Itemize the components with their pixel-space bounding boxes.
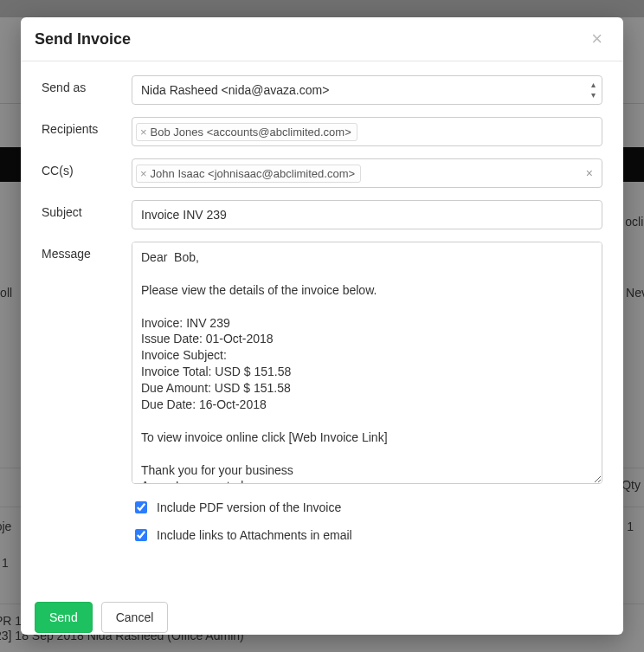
label-recipients: Recipients — [42, 117, 132, 136]
recipients-text-input[interactable] — [360, 122, 598, 141]
chip-label: Bob Jones <accounts@abclimited.com> — [151, 126, 351, 139]
include-pdf-checkbox[interactable] — [135, 501, 147, 513]
remove-chip-icon[interactable]: × — [140, 167, 147, 180]
cc-chip[interactable]: × John Isaac <johnisaac@abclimited.com> — [136, 165, 361, 183]
modal-header: Send Invoice × — [21, 17, 623, 61]
include-links-label: Include links to Attachments in email — [157, 528, 352, 542]
label-send-as: Send as — [42, 75, 132, 94]
include-pdf-label: Include PDF version of the Invoice — [157, 500, 341, 514]
send-invoice-modal: Send Invoice × Send as Nida Rasheed <nid… — [21, 17, 623, 635]
close-button[interactable]: × — [588, 29, 606, 48]
message-textarea[interactable] — [132, 242, 602, 484]
modal-footer: Send Cancel — [21, 593, 623, 635]
send-button[interactable]: Send — [35, 602, 93, 633]
cancel-button[interactable]: Cancel — [101, 602, 169, 633]
remove-chip-icon[interactable]: × — [140, 126, 147, 139]
ccs-text-input[interactable] — [364, 164, 578, 183]
modal-title: Send Invoice — [35, 30, 131, 48]
label-ccs: CC(s) — [42, 158, 132, 178]
send-as-select[interactable]: Nida Rasheed <nida@avaza.com> — [132, 75, 602, 105]
label-message: Message — [42, 242, 132, 261]
include-links-checkbox[interactable] — [135, 529, 147, 541]
label-subject: Subject — [42, 200, 132, 219]
clear-ccs-icon[interactable]: × — [581, 166, 598, 180]
modal-body: Send as Nida Rasheed <nida@avaza.com> ▾▾… — [21, 61, 623, 593]
ccs-input[interactable]: × John Isaac <johnisaac@abclimited.com> … — [132, 158, 602, 188]
subject-input[interactable] — [132, 200, 602, 229]
recipient-chip[interactable]: × Bob Jones <accounts@abclimited.com> — [136, 123, 357, 141]
recipients-input[interactable]: × Bob Jones <accounts@abclimited.com> — [132, 117, 602, 146]
chip-label: John Isaac <johnisaac@abclimited.com> — [151, 167, 356, 180]
